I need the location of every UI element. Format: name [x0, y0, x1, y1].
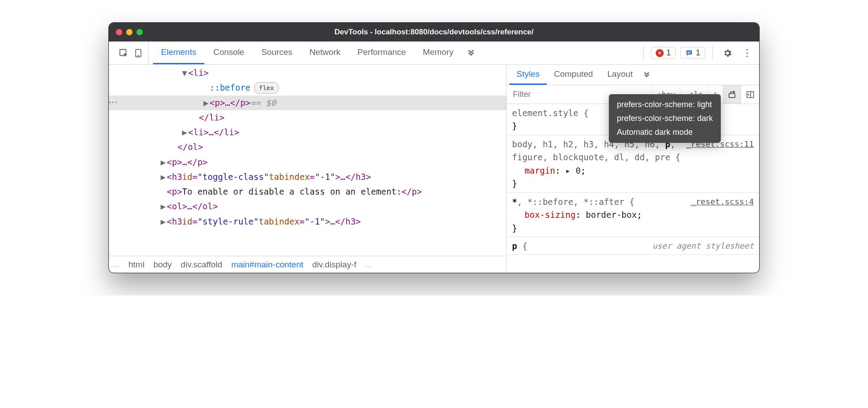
dom-node[interactable]: <p>To enable or disable a class on an el…: [109, 184, 506, 199]
breadcrumb-item[interactable]: main#main-content: [231, 260, 303, 270]
css-rule[interactable]: _reset.scss:4*, *::before, *::after {box…: [507, 193, 759, 237]
breadcrumb-overflow-left[interactable]: …: [112, 261, 120, 268]
main-area: ▼<li>::beforeflex▶<p>…</p> == $0</li>▶<l…: [109, 65, 759, 273]
titlebar: DevTools - localhost:8080/docs/devtools/…: [109, 23, 759, 42]
tab-computed[interactable]: Computed: [547, 65, 600, 85]
dom-node[interactable]: </li>: [109, 110, 506, 125]
separator: [643, 46, 644, 60]
css-rule[interactable]: user agent stylesheetp {: [507, 237, 759, 255]
more-tabs-icon[interactable]: [640, 65, 654, 85]
dom-node[interactable]: </ol>: [109, 140, 506, 154]
panel-tabs: Elements Console Sources Network Perform…: [149, 42, 638, 64]
dom-node[interactable]: ▶<h3 id="style-rule" tabindex="-1">…</h3…: [109, 214, 506, 229]
dom-node[interactable]: ▶<li>…</li>: [109, 125, 506, 140]
dom-node[interactable]: ▶<ol>…</ol>: [109, 199, 506, 214]
tab-elements[interactable]: Elements: [153, 42, 204, 64]
popup-item[interactable]: Automatic dark mode: [609, 125, 721, 139]
styles-panel: Styles Computed Layout :hov .cls +: [507, 65, 759, 273]
separator: [712, 46, 713, 60]
errors-count: 1: [666, 48, 671, 58]
rendering-emulation-button[interactable]: [723, 85, 741, 104]
tab-console[interactable]: Console: [205, 42, 252, 64]
svg-rect-3: [687, 52, 691, 53]
more-tabs-icon[interactable]: [463, 42, 479, 64]
main-toolbar: Elements Console Sources Network Perform…: [109, 42, 759, 65]
css-rule[interactable]: _reset.scss:11body, h1, h2, h3, h4, h5, …: [507, 135, 759, 193]
breadcrumb-item[interactable]: html: [128, 260, 145, 270]
tab-layout[interactable]: Layout: [600, 65, 640, 85]
dom-node[interactable]: ▶<p>…</p> == $0: [109, 96, 506, 110]
tab-network[interactable]: Network: [302, 42, 349, 64]
device-toggle-icon[interactable]: [134, 48, 143, 58]
breadcrumb-item[interactable]: div.scaffold: [181, 260, 222, 270]
breadcrumb[interactable]: … html body div.scaffold main#main-conte…: [109, 256, 506, 273]
issue-icon: [685, 49, 693, 57]
breadcrumb-item[interactable]: body: [153, 260, 172, 270]
tab-sources[interactable]: Sources: [253, 42, 301, 64]
dom-node[interactable]: ::beforeflex: [109, 80, 506, 95]
error-icon: ✕: [656, 49, 664, 57]
svg-rect-5: [729, 93, 735, 97]
breadcrumb-item[interactable]: div.display-f: [312, 260, 356, 270]
inspect-icon[interactable]: [119, 48, 128, 58]
rendering-popup: prefers-color-scheme: light prefers-colo…: [609, 94, 721, 143]
svg-rect-4: [687, 53, 690, 54]
issues-badge[interactable]: 1: [680, 47, 705, 59]
errors-badge[interactable]: ✕ 1: [651, 47, 676, 59]
devtools-window: DevTools - localhost:8080/docs/devtools/…: [108, 22, 760, 273]
popup-item[interactable]: prefers-color-scheme: light: [609, 98, 721, 112]
window-title: DevTools - localhost:8080/docs/devtools/…: [109, 28, 759, 37]
kebab-menu-icon[interactable]: ⋮: [740, 47, 755, 59]
settings-icon[interactable]: [720, 48, 735, 58]
popup-item[interactable]: prefers-color-scheme: dark: [609, 112, 721, 125]
tab-performance[interactable]: Performance: [349, 42, 414, 64]
dom-node[interactable]: ▶<p>…</p>: [109, 155, 506, 170]
dom-node[interactable]: ▶<h3 id="toggle-class" tabindex="-1">…</…: [109, 170, 506, 184]
issues-count: 1: [696, 48, 700, 58]
dom-tree[interactable]: ▼<li>::beforeflex▶<p>…</p> == $0</li>▶<l…: [109, 65, 506, 256]
elements-panel: ▼<li>::beforeflex▶<p>…</p> == $0</li>▶<l…: [109, 65, 507, 273]
dom-node[interactable]: ▼<li>: [109, 66, 506, 80]
breadcrumb-overflow-right[interactable]: …: [365, 261, 372, 268]
tab-styles[interactable]: Styles: [509, 65, 547, 85]
tab-memory[interactable]: Memory: [415, 42, 462, 64]
styles-sub-tabs: Styles Computed Layout: [507, 65, 759, 85]
computed-sidebar-toggle[interactable]: [741, 85, 759, 104]
